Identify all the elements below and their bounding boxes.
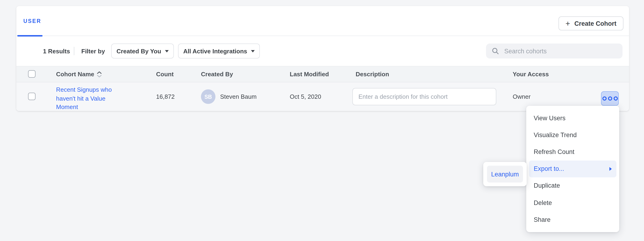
ellipsis-icon: [614, 96, 618, 101]
menu-item-refresh-count[interactable]: Refresh Count: [526, 143, 619, 160]
ellipsis-icon: [602, 96, 606, 101]
cohort-name-header-label: Cohort Name: [56, 71, 94, 78]
create-cohort-button[interactable]: + Create Cohort: [558, 16, 624, 31]
create-cohort-label: Create Cohort: [574, 20, 616, 27]
row-actions-menu: View Users Visualize Trend Refresh Count…: [526, 106, 619, 232]
cohorts-page: USER + Create Cohort 1 Results Filter by…: [0, 0, 644, 241]
menu-item-visualize-trend[interactable]: Visualize Trend: [526, 126, 619, 143]
cohort-count: 16,872: [156, 82, 175, 111]
column-header-cohort-name[interactable]: Cohort Name: [56, 67, 102, 82]
results-count: 1 Results: [43, 36, 70, 66]
menu-item-export-to[interactable]: Export to...: [529, 160, 616, 177]
created-by-name: Steven Baum: [220, 82, 256, 111]
export-to-label: Export to...: [534, 165, 564, 172]
tab-bar: USER + Create Cohort: [16, 6, 629, 36]
table-header-row: Cohort Name Count Created By Last Modifi…: [16, 66, 629, 82]
export-submenu: Leanplum: [483, 162, 527, 186]
cohorts-card: USER + Create Cohort 1 Results Filter by…: [16, 6, 629, 111]
tab-user[interactable]: USER: [16, 6, 48, 36]
menu-item-duplicate[interactable]: Duplicate: [526, 177, 619, 194]
row-actions-button[interactable]: [601, 91, 619, 106]
menu-item-share[interactable]: Share: [526, 211, 619, 228]
caret-down-icon: [251, 50, 255, 52]
description-input[interactable]: [352, 88, 496, 105]
search-cohorts-box[interactable]: [486, 44, 622, 59]
avatar: SB: [201, 89, 216, 104]
menu-item-view-users[interactable]: View Users: [526, 110, 619, 126]
last-modified-date: Oct 5, 2020: [290, 82, 321, 111]
search-icon: [492, 47, 499, 55]
filter-bar: 1 Results Filter by Created By You All A…: [16, 36, 629, 66]
submenu-item-leanplum[interactable]: Leanplum: [487, 166, 523, 182]
select-row-checkbox[interactable]: [28, 93, 36, 100]
integrations-dropdown[interactable]: All Active Integrations: [178, 44, 260, 59]
plus-icon: +: [566, 20, 570, 27]
column-header-count: Count: [156, 67, 174, 82]
column-header-created-by: Created By: [201, 67, 233, 82]
cohort-name-link[interactable]: Recent Signups who haven't hit a Value M…: [56, 86, 115, 112]
integrations-dropdown-label: All Active Integrations: [183, 48, 247, 55]
caret-down-icon: [165, 50, 169, 52]
filter-by-label: Filter by: [81, 36, 105, 66]
divider: [74, 47, 74, 55]
search-cohorts-input[interactable]: [503, 47, 617, 55]
ellipsis-icon: [608, 96, 612, 101]
arrow-right-icon: [610, 167, 612, 171]
column-header-last-modified: Last Modified: [290, 67, 329, 82]
tab-user-label: USER: [23, 18, 41, 24]
created-by-dropdown[interactable]: Created By You: [111, 44, 174, 59]
select-all-checkbox[interactable]: [28, 70, 36, 78]
column-header-description: Description: [356, 67, 389, 82]
column-header-your-access: Your Access: [513, 67, 549, 82]
menu-item-delete[interactable]: Delete: [526, 194, 619, 211]
created-by-dropdown-label: Created By You: [116, 48, 161, 55]
sort-icon: [96, 71, 102, 77]
